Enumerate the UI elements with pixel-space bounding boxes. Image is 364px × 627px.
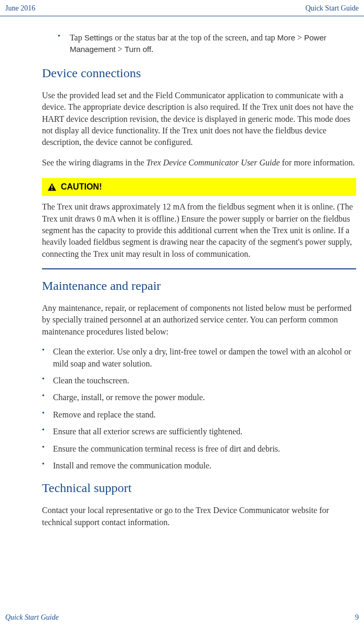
heading-technical-support: Technical support <box>42 481 356 495</box>
text-fragment: for more information. <box>280 158 355 167</box>
heading-device-connections: Device connections <box>42 66 356 80</box>
text-fragment: > <box>295 33 304 42</box>
list-item-text: Install and remove the communication mod… <box>53 460 356 472</box>
list-item: • Clean the exterior. Use only a dry, li… <box>42 346 356 370</box>
header-date: June 2016 <box>5 4 35 13</box>
maintenance-bullet-list: • Clean the exterior. Use only a dry, li… <box>42 346 356 472</box>
text-fragment: > <box>115 45 124 54</box>
text-fragment: . <box>151 45 153 54</box>
list-item: • Clean the touchscreen. <box>42 375 356 386</box>
list-item-text: Clean the exterior. Use only a dry, lint… <box>53 346 356 370</box>
top-bullet-item: • Tap Settings or the status bar at the … <box>42 32 356 56</box>
list-item-text: Ensure that all exterior screws are suff… <box>53 426 356 437</box>
page-content: • Tap Settings or the status bar at the … <box>0 16 364 528</box>
caution-block: CAUTION! The Trex unit draws approximate… <box>42 178 356 269</box>
list-item: • Install and remove the communication m… <box>42 460 356 472</box>
bullet-mark-icon: • <box>58 32 60 56</box>
bullet-mark-icon: • <box>42 346 45 370</box>
technical-support-para: Contact your local representative or go … <box>42 505 356 528</box>
svg-rect-1 <box>51 189 52 190</box>
list-item: • Ensure the communication terminal rece… <box>42 443 356 455</box>
warning-triangle-icon <box>47 183 57 191</box>
text-fragment: See the wiring diagrams in the <box>42 158 146 167</box>
list-item-text: Charge, install, or remove the power mod… <box>53 392 356 403</box>
device-connections-para2: See the wiring diagrams in the Trex Devi… <box>42 157 356 169</box>
footer-title: Quick Start Guide <box>5 613 59 622</box>
footer-page-number: 9 <box>355 613 359 622</box>
bullet-mark-icon: • <box>42 409 45 421</box>
top-bullet-text: Tap Settings or the status bar at the to… <box>70 32 356 56</box>
text-fragment: or the status bar at the top of the scre… <box>113 33 277 42</box>
svg-rect-0 <box>51 185 52 188</box>
caution-header: CAUTION! <box>42 178 356 196</box>
ui-label-turnoff: Turn off <box>125 45 152 54</box>
text-fragment: Tap <box>70 33 84 42</box>
list-item: • Charge, install, or remove the power m… <box>42 392 356 403</box>
list-item-text: Clean the touchscreen. <box>53 375 356 386</box>
list-item-text: Remove and replace the stand. <box>53 409 356 421</box>
heading-maintenance: Maintenance and repair <box>42 279 356 293</box>
page-footer: Quick Start Guide 9 <box>0 613 364 622</box>
bullet-mark-icon: • <box>42 460 45 472</box>
bullet-mark-icon: • <box>42 392 45 403</box>
ui-label-more: More <box>277 33 295 42</box>
list-item: • Remove and replace the stand. <box>42 409 356 421</box>
device-connections-para1: Use the provided lead set and the Field … <box>42 90 356 149</box>
bullet-mark-icon: • <box>42 426 45 437</box>
maintenance-para: Any maintenance, repair, or replacement … <box>42 302 356 338</box>
header-title: Quick Start Guide <box>305 4 359 13</box>
list-item: • Ensure that all exterior screws are su… <box>42 426 356 437</box>
bullet-mark-icon: • <box>42 443 45 455</box>
caution-label: CAUTION! <box>61 182 102 192</box>
caution-text: The Trex unit draws approximately 12 mA … <box>42 201 356 260</box>
ui-label-settings: Settings <box>84 33 113 42</box>
page-header: June 2016 Quick Start Guide <box>0 0 364 16</box>
list-item-text: Ensure the communication terminal recess… <box>53 443 356 455</box>
italic-title: Trex Device Communicator User Guide <box>146 158 280 167</box>
bullet-mark-icon: • <box>42 375 45 386</box>
